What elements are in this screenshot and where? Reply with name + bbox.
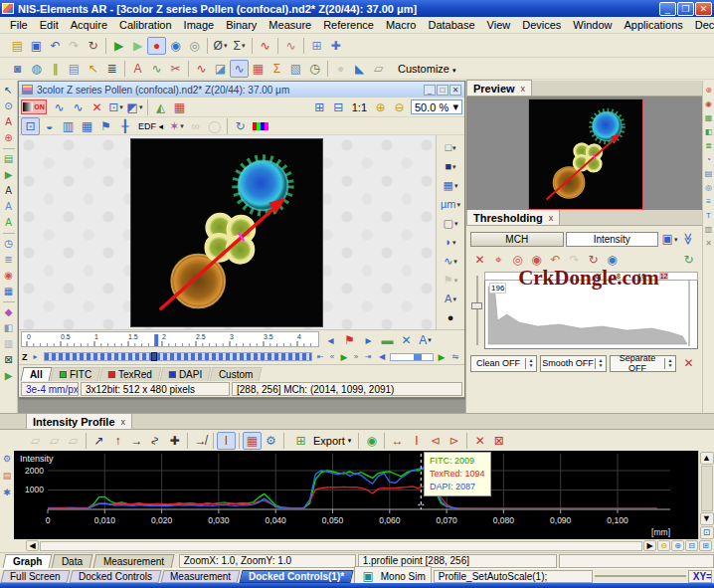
intensity-profile-icon[interactable]: ∿ — [230, 60, 249, 78]
z-expand-icon[interactable]: ▸ — [30, 352, 42, 361]
send-view-icon[interactable]: ⊡▾ — [106, 98, 125, 116]
device-panel-icon[interactable]: ▤ — [65, 60, 84, 78]
line-vertical-icon[interactable]: ↑ — [108, 432, 127, 450]
free-line-icon[interactable]: ✚ — [165, 432, 184, 450]
menu-binary[interactable]: Binary — [220, 18, 263, 32]
scroll-up-icon[interactable]: ▲ — [700, 452, 714, 465]
menu-macro[interactable]: Macro — [380, 18, 423, 32]
sync-icon[interactable]: ◉ — [362, 432, 381, 450]
play-macro-icon[interactable]: ▶ — [1, 368, 17, 384]
ratio-view-icon[interactable]: ◭ — [151, 98, 170, 116]
time-ruler[interactable]: 00.511.522.533.54 — [21, 331, 319, 349]
capture-icon[interactable]: ◉ — [166, 37, 185, 55]
menu-file[interactable]: File — [4, 18, 34, 32]
annotate-plus-icon[interactable]: A — [1, 114, 17, 130]
export-button[interactable]: ⊞ Export ▾ — [287, 431, 355, 451]
prev-bookmark-icon[interactable]: ◂ — [321, 331, 340, 349]
tab-graph[interactable]: Graph — [3, 554, 53, 568]
intensity-chart[interactable]: 1000200000,0100,0200,0300,0400,0500,0600… — [14, 451, 698, 539]
histogram-icon[interactable]: ◣ — [350, 60, 369, 78]
layout-tab-docked-controls[interactable]: Docked Controls — [69, 570, 161, 583]
close-icon[interactable]: x — [521, 84, 526, 94]
spinner-arrows-icon[interactable]: ▲▼ — [595, 358, 606, 369]
annotate-a-icon[interactable]: A▾ — [416, 331, 435, 349]
tab-thresholding[interactable]: Thresholding x — [466, 209, 560, 225]
play-a-icon[interactable]: ▶ — [1, 167, 17, 183]
graph-options-icon[interactable]: ⚙ — [262, 432, 280, 450]
undo-icon[interactable]: ↶ — [46, 37, 65, 55]
dock-sheet-icon[interactable]: ▥ — [704, 224, 714, 235]
customize-button[interactable]: Customize ▾ — [394, 63, 460, 75]
auto-scale-icon[interactable]: ∿ — [50, 98, 69, 116]
pin-view-icon[interactable]: ⚑ — [96, 117, 115, 135]
fill-frame-icon[interactable]: ■▾ — [439, 158, 462, 174]
crop-icon[interactable]: ⊠ — [1, 352, 17, 368]
frame-icon[interactable]: □▾ — [439, 139, 462, 155]
dual-monitor-icon[interactable]: ⊞ — [307, 37, 326, 55]
histogram[interactable]: 196 — [484, 281, 698, 349]
export-icon[interactable]: ⊞ — [291, 432, 310, 450]
menu-acquire[interactable]: Acquire — [65, 18, 113, 32]
slider-handle[interactable] — [471, 302, 482, 309]
dock-text-icon[interactable]: T — [704, 210, 714, 221]
menu-deconvolution[interactable]: Deconvolution — [689, 18, 714, 32]
loop-mode-icon[interactable]: ⇋ — [449, 352, 461, 361]
marker-left-icon[interactable]: ⊲ — [426, 432, 445, 450]
dock-ring-icon[interactable]: ◎ — [704, 182, 714, 193]
open-icon[interactable]: ▤ — [8, 37, 27, 55]
save-threshold-icon[interactable]: ▣▾ — [660, 230, 679, 248]
h-measure-icon[interactable]: ↔ — [388, 432, 407, 450]
expand-chart-icon[interactable]: ⊞ — [699, 540, 712, 551]
polyline-icon[interactable]: ∿ — [146, 432, 165, 450]
annotation-a-icon[interactable]: A▾ — [439, 292, 462, 307]
sum-icon[interactable]: Σ▾ — [230, 37, 249, 55]
doc-close-button[interactable]: ✕ — [449, 85, 461, 96]
loop-range-icon[interactable]: ▬ — [378, 331, 397, 349]
doc-maximize-button[interactable]: □ — [437, 85, 448, 96]
menu-measure[interactable]: Measure — [263, 18, 317, 32]
play-z-icon[interactable]: ▶ — [338, 352, 350, 362]
profile-wave-icon[interactable]: ∿▾ — [439, 254, 462, 270]
spinner-clean[interactable]: Clean OFF▲▼ — [470, 355, 537, 372]
dock-clock-icon[interactable]: ◔ — [704, 154, 714, 165]
speed-slider[interactable] — [390, 353, 434, 361]
refresh-icon[interactable]: ↻ — [231, 117, 250, 135]
roi-rect-icon[interactable]: ▢▾ — [439, 215, 462, 231]
revert-icon[interactable]: ↻ — [84, 37, 102, 55]
tab-all[interactable]: All — [21, 367, 53, 381]
v-measure-icon[interactable]: I — [407, 432, 426, 450]
close-icon[interactable]: x — [549, 213, 554, 223]
sum-stats-icon[interactable]: Σ — [268, 60, 286, 78]
fit-chart-icon[interactable]: ⊟ — [685, 540, 698, 551]
next-bookmark-icon[interactable]: ▸ — [359, 331, 378, 349]
line-horizontal-icon[interactable]: → — [127, 432, 146, 450]
dock-close-icon[interactable]: ✕ — [704, 238, 714, 249]
tab-measurement[interactable]: Measurement — [92, 554, 174, 568]
mode-intensity-button[interactable]: Intensity — [566, 232, 659, 247]
contrast-curve-icon[interactable]: ◩▾ — [125, 98, 144, 116]
marker-right-icon[interactable]: ⊳ — [445, 432, 463, 450]
spinner-separate[interactable]: Separate OFF▲▼ — [610, 355, 676, 372]
probe-icon[interactable]: ╂ — [115, 117, 134, 135]
speed-slider-handle[interactable] — [414, 354, 422, 360]
tab-intensity-profile[interactable]: Intensity Profile x — [26, 413, 132, 429]
pointer-key-icon[interactable]: ↖ — [84, 60, 102, 78]
cut-line-icon[interactable]: ↛ — [191, 432, 210, 450]
tab-texred[interactable]: TexRed — [99, 367, 162, 381]
lut-on-button[interactable]: ON — [21, 99, 47, 114]
preview-image[interactable] — [528, 98, 643, 210]
doc-minimize-button[interactable]: _ — [424, 85, 436, 96]
edf-button[interactable]: EDF ◂ — [134, 121, 167, 131]
auto-text-green-icon[interactable]: A — [1, 215, 17, 231]
record-icon[interactable]: ● — [147, 37, 166, 55]
camera-settings-icon[interactable]: ◙ — [8, 60, 27, 78]
stack-h-icon[interactable]: ≣ — [1, 252, 17, 268]
dock-target-icon[interactable]: ◉ — [704, 98, 714, 109]
menu-edit[interactable]: Edit — [34, 18, 65, 32]
view-mode-icon[interactable]: ⊡ — [21, 117, 40, 135]
object-count-icon[interactable]: ▧ — [286, 60, 305, 78]
vline-marker-icon[interactable]: I — [217, 432, 236, 450]
menu-view[interactable]: View — [481, 18, 517, 32]
lut-curve-icon[interactable]: ∿ — [69, 98, 88, 116]
close-icon[interactable]: x — [121, 417, 126, 427]
